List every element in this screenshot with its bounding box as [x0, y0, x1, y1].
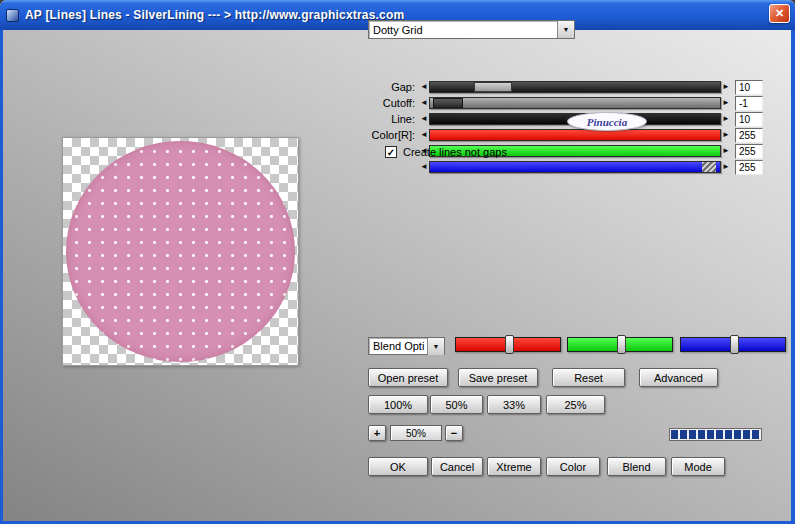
app-icon: [6, 9, 19, 22]
window-title: AP [Lines] Lines - SilverLining --- > ht…: [25, 8, 404, 22]
zoom-25-button[interactable]: 25%: [546, 395, 605, 414]
mode-button[interactable]: Mode: [671, 457, 725, 476]
gap-slider-thumb[interactable]: [474, 82, 512, 92]
blend-options-dropdown-value: Blend Opti: [369, 340, 427, 352]
slider-arrow-left-icon[interactable]: ◄: [419, 161, 429, 173]
green-blend-slider[interactable]: [567, 337, 673, 352]
advanced-button[interactable]: Advanced: [639, 368, 718, 387]
zoom-100-button[interactable]: 100%: [368, 395, 428, 414]
cutoff-slider-label: Cutoff:: [353, 97, 419, 109]
chevron-down-icon[interactable]: ▼: [557, 21, 574, 38]
color-red-slider-row: Color[R]: ◄ ► 255: [353, 128, 763, 142]
chevron-down-icon[interactable]: ▼: [427, 338, 444, 355]
slider-arrow-right-icon[interactable]: ►: [721, 97, 731, 109]
preview-pattern-circle: [66, 141, 295, 362]
create-lines-checkbox-label: Create lines not gaps: [403, 146, 507, 158]
window-border-right: [791, 30, 795, 524]
gap-value-field[interactable]: 10: [735, 80, 763, 95]
cancel-button[interactable]: Cancel: [431, 457, 483, 476]
line-slider-row: Line: ◄ ► 10: [353, 112, 763, 126]
cutoff-slider-thumb[interactable]: [433, 98, 463, 108]
cutoff-slider-track[interactable]: [429, 97, 721, 109]
green-blend-thumb[interactable]: [617, 335, 626, 354]
slider-arrow-right-icon[interactable]: ►: [721, 145, 731, 157]
red-blend-thumb[interactable]: [505, 335, 514, 354]
color-red-value-field[interactable]: 255: [735, 128, 763, 143]
preview-canvas[interactable]: [62, 137, 299, 366]
color-green-value-field[interactable]: 255: [735, 144, 763, 159]
pattern-dropdown-value: Dotty Grid: [369, 24, 557, 36]
ok-button[interactable]: OK: [368, 457, 428, 476]
color-red-slider-track[interactable]: [429, 129, 721, 141]
watermark-text: Pinuccia: [587, 116, 627, 128]
open-preset-button[interactable]: Open preset: [368, 368, 448, 387]
close-icon: ✕: [775, 7, 784, 20]
close-button[interactable]: ✕: [769, 4, 790, 23]
slider-arrow-right-icon[interactable]: ►: [721, 113, 731, 125]
progress-bar: [669, 428, 762, 441]
line-value-field[interactable]: 10: [735, 112, 763, 127]
blend-options-dropdown[interactable]: Blend Opti ▼: [368, 337, 445, 355]
blue-blend-thumb[interactable]: [730, 335, 739, 354]
color-blue-slider-row: ◄ ► 255: [353, 160, 763, 174]
watermark-badge: Pinuccia: [567, 112, 647, 131]
gap-slider-row: Gap: ◄ ► 10: [353, 80, 763, 94]
xtreme-button[interactable]: Xtreme: [487, 457, 541, 476]
save-preset-button[interactable]: Save preset: [458, 368, 538, 387]
color-blue-slider-hatch: [702, 162, 716, 172]
slider-arrow-left-icon[interactable]: ◄: [419, 81, 429, 93]
zoom-33-button[interactable]: 33%: [487, 395, 541, 414]
slider-arrow-right-icon[interactable]: ►: [721, 129, 731, 141]
scale-minus-button[interactable]: −: [445, 425, 463, 441]
plugin-window: AP [Lines] Lines - SilverLining --- > ht…: [0, 0, 795, 524]
progress-bar-segments: [671, 430, 760, 439]
zoom-50-button[interactable]: 50%: [430, 395, 483, 414]
scale-plus-button[interactable]: +: [368, 425, 386, 441]
gap-slider-label: Gap:: [353, 81, 419, 93]
slider-arrow-left-icon[interactable]: ◄: [419, 113, 429, 125]
cutoff-value-field[interactable]: -1: [735, 96, 763, 111]
red-blend-slider[interactable]: [455, 337, 561, 352]
scale-value-box[interactable]: 50%: [390, 425, 442, 441]
slider-arrow-right-icon[interactable]: ►: [721, 161, 731, 173]
color-red-slider-label: Color[R]:: [353, 129, 419, 141]
slider-arrow-left-icon[interactable]: ◄: [419, 129, 429, 141]
color-blue-slider-track[interactable]: [429, 161, 721, 173]
blend-button[interactable]: Blend: [607, 457, 666, 476]
color-blue-value-field[interactable]: 255: [735, 160, 763, 175]
blue-blend-slider[interactable]: [680, 337, 786, 352]
slider-arrow-right-icon[interactable]: ►: [721, 81, 731, 93]
pattern-dropdown[interactable]: Dotty Grid ▼: [368, 20, 575, 39]
cutoff-slider-row: Cutoff: ◄ ► -1: [353, 96, 763, 110]
line-slider-label: Line:: [353, 113, 419, 125]
reset-button[interactable]: Reset: [552, 368, 625, 387]
gap-slider-track[interactable]: [429, 81, 721, 93]
window-border-left: [0, 30, 3, 524]
create-lines-checkbox-row[interactable]: ✓ Create lines not gaps: [385, 146, 507, 158]
create-lines-checkbox[interactable]: ✓: [385, 146, 397, 158]
color-button[interactable]: Color: [546, 457, 600, 476]
slider-arrow-left-icon[interactable]: ◄: [419, 97, 429, 109]
